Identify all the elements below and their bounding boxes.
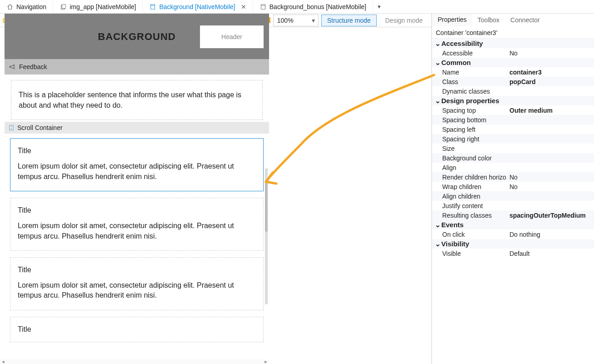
phone-canvas: BACKGROUND Header Feedback This is a pla…	[5, 14, 269, 350]
card-title: Title	[18, 325, 256, 334]
tab-background[interactable]: Background [NativeMobile] ✕	[143, 0, 253, 13]
properties-tab-toolbox[interactable]: Toolbox	[472, 14, 505, 26]
scroll-right-icon[interactable]: ►	[263, 359, 269, 364]
property-group-header[interactable]: ⌄Visibility	[432, 239, 594, 249]
container3-card-selected[interactable]: Title Lorem ipsum dolor sit amet, consec…	[10, 138, 264, 191]
property-row[interactable]: Resulting classesspacingOuterTopMedium	[432, 210, 594, 220]
property-group-header[interactable]: ⌄Events	[432, 220, 594, 229]
properties-body: ⌄AccessibilityAccessibleNo⌄CommonNamecon…	[432, 39, 594, 364]
card-body: Lorem ipsum dolor sit amet, consectetur …	[18, 280, 256, 301]
property-group-title: Events	[441, 221, 464, 229]
document-icon	[149, 3, 156, 10]
close-icon[interactable]: ✕	[241, 3, 246, 10]
zoom-select[interactable]: 100% ▾	[273, 15, 319, 26]
property-group-header[interactable]: ⌄Accessibility	[432, 39, 594, 48]
design-mode-button[interactable]: Design mode	[379, 15, 429, 26]
property-row[interactable]: Spacing bottom	[432, 115, 594, 125]
property-row[interactable]: Align children	[432, 191, 594, 201]
property-row[interactable]: VisibleDefault	[432, 249, 594, 258]
property-label: Spacing left	[442, 126, 509, 133]
structure-mode-label: Structure mode	[327, 17, 371, 24]
chevron-down-icon: ⌄	[435, 240, 441, 248]
property-row[interactable]: Dynamic classes	[432, 86, 594, 96]
properties-tab-properties[interactable]: Properties	[432, 14, 472, 26]
property-label: Resulting classes	[442, 212, 509, 219]
property-label: Spacing bottom	[442, 116, 509, 124]
property-row[interactable]: AccessibleNo	[432, 48, 594, 58]
property-group-title: Design properties	[441, 97, 499, 105]
property-group-header[interactable]: ⌄Design properties	[432, 96, 594, 105]
document-stack-icon	[60, 3, 67, 10]
property-value: No	[509, 174, 594, 181]
card[interactable]: Title Lorem ipsum dolor sit amet, consec…	[10, 198, 264, 251]
chevron-down-icon: ⌄	[435, 221, 441, 229]
property-row[interactable]: Spacing right	[432, 134, 594, 144]
property-row[interactable]: Namecontainer3	[432, 67, 594, 77]
property-label: Accessible	[442, 50, 509, 57]
property-value: popCard	[509, 78, 594, 85]
feedback-bar[interactable]: Feedback	[5, 59, 269, 75]
property-label: Spacing top	[442, 107, 509, 114]
phone-header: BACKGROUND Header	[5, 14, 269, 59]
scroll-container-label-bar[interactable]: Scroll Container	[5, 122, 269, 134]
property-group-title: Accessibility	[441, 40, 483, 47]
vertical-scrollbar[interactable]	[265, 168, 268, 304]
scroll-container-label: Scroll Container	[17, 124, 63, 131]
horizontal-scrollbar[interactable]: ◄ ►	[0, 359, 269, 364]
properties-tabs: Properties Toolbox Connector	[432, 14, 594, 26]
property-row[interactable]: Align	[432, 163, 594, 172]
card[interactable]: Title	[10, 317, 264, 342]
property-value: Do nothing	[509, 231, 594, 238]
property-label: Class	[442, 78, 509, 85]
chevron-down-icon: ⌄	[435, 97, 441, 105]
tab-overflow-button[interactable]: ▾	[373, 0, 385, 13]
home-icon	[6, 3, 14, 10]
chevron-down-icon: ▾	[378, 3, 381, 10]
tab-label: Navigation	[16, 3, 46, 10]
tab-img-app[interactable]: img_app [NativeMobile]	[53, 0, 143, 13]
property-value: No	[509, 50, 594, 57]
property-row[interactable]: ClasspopCard	[432, 77, 594, 86]
properties-breadcrumb: Container 'container3'	[432, 26, 594, 39]
properties-panel: Properties Toolbox Connector Container '…	[432, 14, 594, 364]
property-row[interactable]: Render children horizoNo	[432, 172, 594, 182]
property-label: Wrap children	[442, 183, 509, 190]
tab-background-bonus[interactable]: Background_bonus [NativeMobile]	[253, 0, 373, 13]
property-group-header[interactable]: ⌄Common	[432, 58, 594, 67]
property-row[interactable]: On clickDo nothing	[432, 229, 594, 239]
document-icon	[260, 3, 267, 10]
property-row[interactable]: Spacing left	[432, 125, 594, 134]
scroll-left-icon[interactable]: ◄	[0, 359, 6, 364]
property-label: Background color	[442, 155, 509, 162]
design-mode-label: Design mode	[385, 17, 423, 24]
property-value: spacingOuterTopMedium	[509, 212, 594, 219]
scrollbar-thumb[interactable]	[265, 182, 268, 232]
property-label: Align	[442, 164, 509, 171]
property-label: Name	[442, 69, 509, 76]
property-row[interactable]: Background color	[432, 153, 594, 163]
svg-rect-1	[62, 4, 66, 8]
main-split: Parameters (0)	[0, 14, 594, 364]
scroll-icon	[8, 125, 15, 131]
card[interactable]: Title Lorem ipsum dolor sit amet, consec…	[10, 257, 264, 310]
header-placeholder-button[interactable]: Header	[200, 25, 264, 48]
tab-label: Background [NativeMobile]	[159, 3, 235, 10]
property-label: Visible	[442, 250, 509, 257]
card-title: Title	[18, 266, 256, 274]
structure-mode-button[interactable]: Structure mode	[321, 15, 377, 26]
property-label: Justify content	[442, 202, 509, 209]
tab-navigation[interactable]: Navigation	[0, 0, 53, 13]
property-row[interactable]: Wrap childrenNo	[432, 182, 594, 191]
property-group-title: Visibility	[441, 240, 469, 248]
intro-text-container[interactable]: This is a placeholder sentence that info…	[11, 80, 263, 120]
property-label: On click	[442, 231, 509, 238]
card-title: Title	[18, 147, 256, 155]
chevron-down-icon: ⌄	[435, 59, 441, 67]
tab-label: Toolbox	[478, 16, 499, 24]
properties-tab-connector[interactable]: Connector	[505, 14, 545, 26]
property-row[interactable]: Spacing topOuter medium	[432, 105, 594, 115]
svg-rect-3	[261, 4, 265, 9]
property-row[interactable]: Justify content	[432, 201, 594, 210]
property-row[interactable]: Size	[432, 144, 594, 153]
property-label: Dynamic classes	[442, 88, 509, 95]
